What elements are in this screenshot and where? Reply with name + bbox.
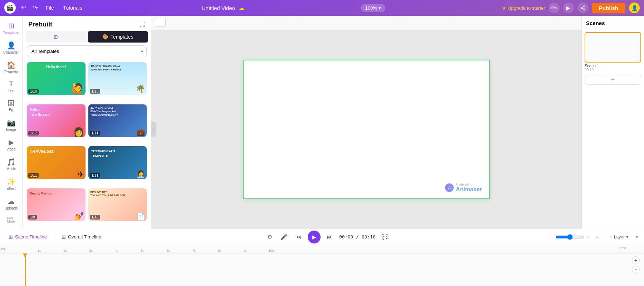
sidebar-item-image[interactable]: 📷 Image: [0, 115, 22, 134]
main-area: ⊞ Templates 👤 Character 🏠 Property T Tex…: [0, 16, 644, 229]
tmpl4-char: 💼: [136, 128, 145, 136]
blank-add-button[interactable]: [155, 19, 166, 27]
sidebar-item-video[interactable]: ▶ Video: [0, 135, 22, 154]
tmpl3-text: Hello!I am Susan!: [30, 107, 50, 117]
animaker-watermark: A Made with Animaker: [445, 183, 482, 193]
layer-icon: ≡: [610, 235, 613, 240]
profile-percent-button[interactable]: 0%: [549, 3, 560, 13]
fit-timeline-button[interactable]: ↔: [593, 232, 603, 242]
timeline-plus-button[interactable]: +: [632, 256, 640, 264]
ruler-8s: 8s: [207, 249, 233, 252]
scene-timeline-icon: ⊞: [9, 234, 13, 240]
template-filter-dropdown[interactable]: All Templates Business Education Social …: [27, 45, 147, 57]
zoom-range-input[interactable]: [556, 234, 584, 240]
uploads-icon: ☁: [8, 197, 15, 206]
undo-button[interactable]: ↶: [19, 3, 28, 13]
tab-grid[interactable]: ⊞: [25, 31, 86, 43]
upgrade-button[interactable]: ★ Upgrade to starter: [502, 5, 545, 11]
template-card-7[interactable]: Beauty Parlour 💅 1/9: [27, 188, 86, 221]
share-button[interactable]: [577, 3, 588, 13]
sidebar-item-character[interactable]: 👤 Character: [0, 38, 22, 57]
template-card-8[interactable]: RESUME TIPSTO LAND YOUR DREAM JOB 📄 1/12: [88, 188, 147, 221]
play-button[interactable]: ▶: [308, 231, 321, 243]
image-icon: 📷: [7, 118, 16, 127]
dropdown-row: All Templates Business Education Social …: [23, 45, 151, 61]
save-icon[interactable]: ☁: [239, 5, 244, 11]
templates-icon: ⊞: [8, 21, 14, 30]
tmpl6-char: 👩‍💼: [136, 170, 145, 178]
property-icon: 🏠: [7, 61, 16, 69]
timeline-cursor-head: [23, 253, 27, 258]
sidebar-item-templates[interactable]: ⊞ Templates: [0, 19, 22, 38]
microphone-button[interactable]: 🎤: [279, 232, 289, 242]
sidebar-item-effect[interactable]: ✨ Effect: [0, 174, 22, 193]
tmpl6-text: TESTIMONIALSTEMPLATE: [91, 149, 144, 158]
tmpl2-text: DAISY'S PRIVATE VILLAA Hidden Beach Para…: [91, 64, 144, 72]
ruler-9s: 9s: [233, 249, 258, 252]
tmpl8-text: RESUME TIPSTO LAND YOUR DREAM JOB: [91, 191, 145, 198]
sidebar-label-video: Video: [6, 147, 15, 151]
sidebar-label-image: Image: [6, 128, 16, 132]
timeline-minus-button[interactable]: −: [632, 266, 640, 273]
template-tab-label: Templates: [111, 34, 133, 40]
tab-templates[interactable]: 🎨 Templates: [88, 31, 148, 43]
layer-label: Layer: [614, 235, 625, 240]
tmpl2-char: 🌴: [136, 84, 145, 94]
template-card-2[interactable]: DAISY'S PRIVATE VILLAA Hidden Beach Para…: [88, 62, 147, 95]
template-card-1[interactable]: Hello there! 🙋 1/10: [27, 62, 86, 95]
tmpl3-badge: 1/12: [28, 131, 39, 135]
captions-button[interactable]: 💬: [380, 232, 390, 242]
current-time: 00:00 / 00:10: [339, 234, 376, 240]
template-card-3[interactable]: Hello!I am Susan! 👩 1/12: [27, 104, 86, 137]
file-menu[interactable]: File: [43, 4, 57, 12]
tmpl7-text: Beauty Parlour: [30, 191, 53, 196]
tab-scene-timeline[interactable]: ⊞ Scene Timeline: [6, 233, 50, 241]
tmpl1-text: Hello there!: [46, 65, 66, 69]
effect-icon: ✨: [7, 177, 16, 186]
template-card-5[interactable]: TRAVELGO! ✈ 1/11: [27, 146, 86, 179]
add-scene-button[interactable]: +: [585, 75, 641, 85]
collapse-panel-button[interactable]: ‹: [151, 122, 156, 137]
tmpl1-char: 🙋: [72, 83, 84, 94]
play-preview-button[interactable]: ▶: [563, 3, 574, 13]
document-title[interactable]: Untitled Video: [202, 5, 235, 11]
template-card-4[interactable]: Are You FrustratedWith The FragmentedTea…: [88, 104, 147, 137]
sidebar-item-music[interactable]: 🎵 Music: [0, 155, 22, 174]
sidebar-label-effect: Effect: [6, 187, 15, 191]
bg-icon: 🖼: [8, 99, 15, 107]
scene-item-1[interactable]: Scene 1 00:10: [585, 32, 641, 72]
sidebar-item-uploads[interactable]: ☁ Uploads: [0, 194, 22, 213]
sidebar-label-property: Property: [4, 70, 18, 74]
tmpl6-badge: 1/11: [90, 173, 100, 178]
publish-button[interactable]: Publish: [592, 3, 625, 13]
animaker-brand: Made with Animaker: [456, 183, 482, 193]
sidebar-item-property[interactable]: 🏠 Property: [0, 58, 22, 77]
canvas-main[interactable]: ‹ A Made with Animaker: [151, 30, 581, 229]
expand-timeline-button[interactable]: ▾: [635, 233, 638, 240]
character-icon: 👤: [7, 41, 16, 50]
sidebar-item-bg[interactable]: 🖼 Bg: [0, 96, 22, 115]
tmpl5-badge: 1/11: [28, 173, 39, 178]
user-avatar[interactable]: 👤: [629, 3, 640, 13]
skip-forward-button[interactable]: ⏭: [325, 232, 335, 242]
sidebar-item-text[interactable]: T Text: [0, 78, 22, 95]
text-icon: T: [9, 80, 13, 88]
sidebar-label-bg: Bg: [9, 108, 13, 112]
scene-thumb-1: [585, 32, 641, 63]
tab-overall-timeline[interactable]: ⊟ Overall Timeline: [59, 233, 104, 241]
video-icon: ▶: [9, 138, 14, 147]
scene-label-1: Scene 1: [585, 64, 641, 68]
scene-settings-button[interactable]: ⚙: [265, 232, 275, 242]
animaker-logo: A: [445, 183, 454, 192]
templates-panel: Prebuilt ⛶ ⊞ 🎨 Templates All Templates B…: [23, 16, 151, 229]
app-logo[interactable]: 🎬: [4, 2, 16, 14]
tmpl5-text: TRAVELGO!: [30, 149, 55, 154]
panel-expand-button[interactable]: ⛶: [140, 21, 145, 28]
zoom-control[interactable]: 100% ▾: [361, 4, 385, 12]
template-card-6[interactable]: TESTIMONIALSTEMPLATE 👩‍💼 1/11: [88, 146, 147, 179]
ruler-1s: 1s: [26, 249, 52, 252]
layer-button[interactable]: ≡ Layer ▾: [607, 233, 631, 241]
skip-back-button[interactable]: ⏮: [293, 232, 303, 242]
redo-button[interactable]: ↷: [31, 3, 39, 13]
tutorials-menu[interactable]: Tutorials: [60, 4, 85, 12]
